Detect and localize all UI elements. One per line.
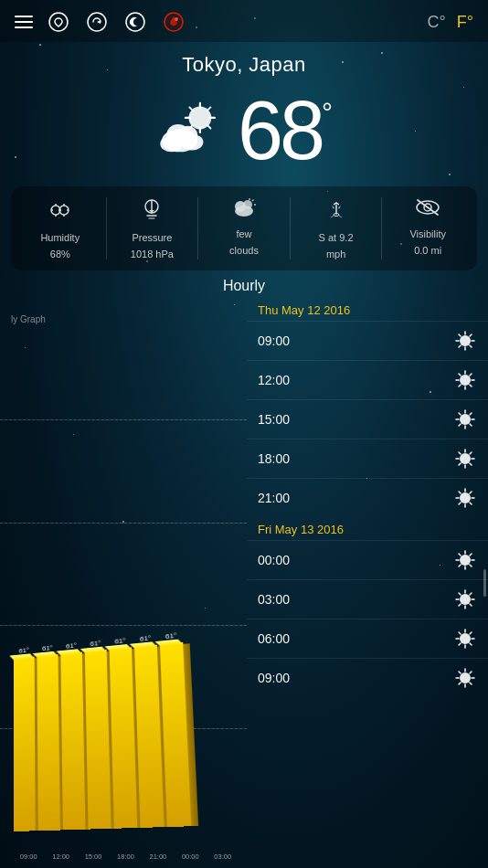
alert-icon[interactable] — [161, 9, 186, 35]
hourly-row-fri-0600[interactable]: 06:00 — [247, 619, 488, 658]
bar-2: 61° — [37, 643, 59, 831]
svg-line-58 — [459, 424, 461, 426]
svg-line-76 — [459, 503, 461, 504]
pressure-value: 1018 hPa — [131, 249, 174, 259]
clouds-value: clouds — [229, 245, 259, 256]
wind-icon — [324, 197, 348, 227]
svg-line-75 — [470, 492, 472, 493]
x-label-2: 12:00 — [46, 852, 75, 861]
degree-symbol: ° — [322, 97, 333, 128]
moon-icon[interactable] — [122, 9, 148, 35]
visibility-icon — [415, 197, 440, 223]
svg-point-18 — [178, 126, 197, 144]
svg-line-109 — [459, 672, 461, 673]
svg-line-27 — [252, 200, 254, 202]
header-right-temp-units: C° F° — [428, 13, 473, 32]
svg-line-82 — [459, 554, 461, 556]
celsius-button[interactable]: C° — [428, 13, 446, 32]
pressure-label: Pressure — [132, 232, 172, 243]
clouds-icon — [231, 197, 257, 223]
svg-line-49 — [459, 385, 461, 386]
x-label-3: 15:00 — [79, 852, 108, 861]
hourly-time-fri-0300: 03:00 — [258, 592, 303, 607]
stat-pressure: Pressure 1018 hPa — [107, 197, 199, 259]
svg-line-37 — [459, 334, 461, 336]
svg-line-66 — [470, 452, 472, 454]
date-header-fri: Fri May 13 2016 — [247, 517, 488, 540]
svg-point-50 — [460, 414, 471, 425]
menu-button[interactable] — [15, 16, 33, 28]
svg-line-100 — [459, 632, 461, 634]
svg-point-2 — [126, 13, 144, 31]
svg-line-92 — [470, 604, 472, 606]
visibility-value: 0.0 mi — [414, 245, 441, 256]
svg-point-104 — [460, 672, 471, 683]
svg-line-67 — [459, 463, 461, 465]
x-label-6: 00:00 — [175, 852, 205, 861]
svg-line-38 — [470, 345, 472, 347]
hourly-row-2100[interactable]: 21:00 — [247, 478, 488, 517]
svg-line-12 — [207, 107, 211, 111]
svg-point-24 — [235, 206, 253, 217]
bar-5: 61° — [109, 636, 137, 829]
svg-line-48 — [470, 374, 472, 376]
svg-point-32 — [460, 335, 471, 346]
hourly-time-1200: 12:00 — [258, 373, 303, 387]
svg-line-39 — [470, 334, 472, 336]
svg-line-65 — [470, 463, 472, 465]
wind-value: mph — [326, 249, 345, 259]
svg-line-91 — [459, 593, 461, 595]
hourly-row-fri-0900[interactable]: 09:00 — [247, 658, 488, 697]
svg-line-46 — [459, 374, 461, 376]
hourly-icon-fri-0300 — [303, 589, 481, 609]
hourly-row-0900[interactable]: 09:00 — [247, 321, 488, 360]
hourly-row-fri-0300[interactable]: 03:00 — [247, 579, 488, 619]
bar-6: 61° — [134, 633, 164, 828]
hourly-time-0900: 09:00 — [258, 333, 303, 348]
header-left-icons — [15, 9, 186, 35]
svg-point-77 — [460, 555, 471, 566]
header: C° F° — [0, 0, 488, 42]
svg-line-57 — [470, 413, 472, 415]
hourly-row-1800[interactable]: 18:00 — [247, 439, 488, 478]
humidity-value: 68% — [50, 249, 70, 259]
hourly-icon-fri-0900 — [303, 668, 481, 688]
hourly-row-1500[interactable]: 15:00 — [247, 399, 488, 439]
visibility-label: Visibility — [409, 228, 446, 239]
hourly-time-fri-0600: 06:00 — [258, 631, 303, 646]
humidity-icon — [48, 197, 72, 227]
svg-line-47 — [470, 385, 472, 386]
refresh-icon[interactable] — [84, 9, 110, 35]
svg-line-64 — [459, 452, 461, 454]
bar-1: 61° — [14, 646, 36, 831]
hourly-list[interactable]: Thu May 12 2016 09:00 — [247, 298, 488, 868]
hourly-time-2100: 21:00 — [258, 491, 303, 505]
stat-humidity: Humidity 68% — [15, 197, 107, 259]
x-label-4: 18:00 — [111, 852, 140, 861]
main-weather: 68 ° — [0, 80, 488, 186]
humidity-label: Humidity — [40, 232, 80, 243]
stat-clouds: few clouds — [198, 197, 291, 259]
svg-point-95 — [460, 633, 471, 644]
svg-line-55 — [459, 413, 461, 415]
temperature-value: 68 ° — [238, 90, 333, 172]
date-header-thu: Thu May 12 2016 — [247, 298, 488, 321]
svg-line-111 — [470, 672, 472, 673]
favorites-icon[interactable] — [46, 9, 71, 35]
fahrenheit-button[interactable]: F° — [457, 13, 473, 32]
svg-point-86 — [460, 594, 471, 605]
hourly-time-fri-0900: 09:00 — [258, 671, 303, 685]
hourly-row-1200[interactable]: 12:00 — [247, 360, 488, 399]
hourly-time-fri-0000: 00:00 — [258, 553, 303, 567]
city-title: Tokyo, Japan — [0, 42, 488, 80]
svg-point-28 — [334, 214, 339, 217]
hourly-row-fri-0000[interactable]: 00:00 — [247, 540, 488, 579]
svg-line-85 — [459, 565, 461, 566]
svg-line-73 — [459, 492, 461, 493]
svg-line-94 — [459, 604, 461, 606]
hourly-section: Hourly ly Graph 61° — [0, 270, 488, 868]
hourly-body: ly Graph 61° — [0, 298, 488, 868]
svg-point-41 — [460, 375, 471, 386]
hourly-icon-fri-0000 — [303, 550, 481, 570]
hourly-icon-1200 — [303, 370, 481, 390]
